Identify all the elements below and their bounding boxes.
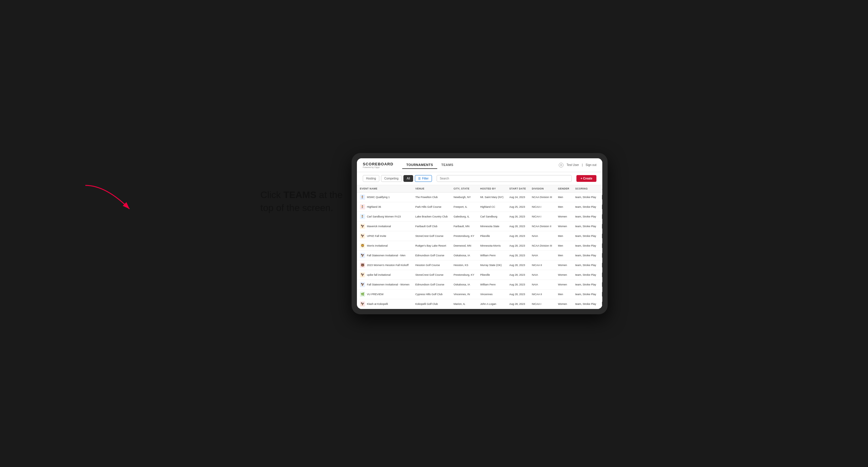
cell-venue-0: The Powelton Club [412,192,451,202]
col-event-name: EVENT NAME [357,185,412,192]
cell-venue-6: Edmundson Golf Course [412,250,451,260]
team-icon-11: 🦅 [360,301,365,307]
hosting-button[interactable]: Hosting [363,175,379,182]
table-row: 🐻 2023 Women's Hesston Fall Kickoff Hess… [357,260,602,270]
cell-division-4: NAIA [529,231,555,241]
cell-start-date-1: Aug 25, 2023 [506,202,529,212]
cell-city-state-3: Faribault, MN [451,221,477,231]
table-row: 🦅 Klash at Kokopelli Kokopelli Golf Club… [357,299,602,309]
cell-scoring-8: team, Stroke Play [572,270,599,280]
cell-start-date-9: Aug 28, 2023 [506,280,529,289]
team-icon-9: 🦅 [360,282,365,287]
event-name-10: VU PREVIEW [367,293,384,296]
tournaments-table: EVENT NAME VENUE CITY, STATE HOSTED BY S… [357,185,602,309]
team-icon-3: 🦅 [360,224,365,229]
cell-venue-8: StoneCrest Golf Course [412,270,451,280]
cell-actions-2: ✏ Edit [599,212,602,221]
team-icon-0: 🏌️ [360,194,365,200]
col-venue: VENUE [412,185,451,192]
cell-hosted-by-3: Minnesota State [477,221,506,231]
event-name-9: Fall Statesmen Invitational - Women [367,283,409,286]
cell-gender-10: Men [555,289,572,299]
event-name-11: Klash at Kokopelli [367,303,388,306]
cell-venue-10: Cypress Hills Golf Club [412,289,451,299]
cell-scoring-1: team, Stroke Play [572,202,599,212]
table-header-row: EVENT NAME VENUE CITY, STATE HOSTED BY S… [357,185,602,192]
cell-hosted-by-6: William Penn [477,250,506,260]
search-box [437,175,572,182]
col-division: DIVISION [529,185,555,192]
cell-gender-8: Women [555,270,572,280]
event-name-0: MSMC Qualifying 1 [367,196,390,199]
logo-title: SCOREBOARD [363,162,393,166]
cell-city-state-11: Marion, IL [451,299,477,309]
app-header: SCOREBOARD Powered by Clippt TOURNAMENTS… [357,158,602,172]
competing-button[interactable]: Competing [381,175,402,182]
cell-actions-6: ✏ Edit [599,250,602,260]
cell-scoring-5: team, Stroke Play [572,241,599,250]
cell-gender-11: Women [555,299,572,309]
filter-icon: ☰ [418,177,421,180]
cell-event-name-2: 🏌️ Carl Sandburg Women FA23 [357,212,412,221]
all-button[interactable]: All [403,175,413,182]
col-hosted-by: HOSTED BY [477,185,506,192]
cell-hosted-by-8: Pikeville [477,270,506,280]
table-row: 🦅 Maverick Invitational Faribault Golf C… [357,221,602,231]
table-row: 🦅 upike fall invitational StoneCrest Gol… [357,270,602,280]
cell-hosted-by-0: Mt. Saint Mary (NY) [477,192,506,202]
cell-city-state-1: Freeport, IL [451,202,477,212]
cell-actions-0: ✏ Edit [599,192,602,202]
cell-event-name-1: 🏌️ Highland 36 [357,202,412,212]
cell-division-6: NAIA [529,250,555,260]
cell-start-date-2: Aug 26, 2023 [506,212,529,221]
event-name-8: upike fall invitational [367,273,391,276]
cell-scoring-6: team, Stroke Play [572,250,599,260]
event-name-6: Fall Statesmen Invitational - Men [367,254,405,257]
separator: | [582,163,583,166]
instruction-text: Click TEAMS at the top of the screen. [260,153,343,215]
cell-division-1: NICAA I [529,202,555,212]
arrow-indicator [83,182,141,218]
tab-teams[interactable]: TEAMS [437,161,458,169]
cell-division-10: NICAA II [529,289,555,299]
cell-event-name-8: 🦅 upike fall invitational [357,270,412,280]
cell-start-date-11: Aug 28, 2023 [506,299,529,309]
cell-hosted-by-11: John A Logan [477,299,506,309]
nav-tabs: TOURNAMENTS TEAMS [402,161,559,169]
sign-out-link[interactable]: Sign out [586,163,596,166]
create-button[interactable]: + Create [577,175,596,182]
cell-event-name-7: 🐻 2023 Women's Hesston Fall Kickoff [357,260,412,270]
cell-gender-1: Men [555,202,572,212]
cell-venue-11: Kokopelli Golf Club [412,299,451,309]
tab-tournaments[interactable]: TOURNAMENTS [402,161,437,169]
cell-hosted-by-2: Carl Sandburg [477,212,506,221]
cell-actions-11: ✏ Edit [599,299,602,309]
cell-division-7: NICAA II [529,260,555,270]
team-icon-2: 🏌️ [360,214,365,219]
cell-gender-6: Men [555,250,572,260]
cell-city-state-2: Galesburg, IL [451,212,477,221]
header-right: ⚙ Test User | Sign out [559,163,596,167]
cell-scoring-4: team, Stroke Play [572,231,599,241]
event-name-4: UPKE Fall Invite [367,235,386,238]
cell-city-state-5: Deerwood, MN [451,241,477,250]
search-input[interactable] [437,175,572,182]
filter-button[interactable]: ☰ Filter [415,175,432,182]
cell-gender-9: Women [555,280,572,289]
filter-label: Filter [422,177,428,180]
cell-gender-0: Men [555,192,572,202]
cell-hosted-by-9: William Penn [477,280,506,289]
cell-venue-9: Edmundson Golf Course [412,280,451,289]
team-icon-10: 🌿 [360,291,365,297]
cell-start-date-8: Aug 28, 2023 [506,270,529,280]
event-name-5: Morris Invitational [367,244,388,247]
cell-start-date-3: Aug 28, 2023 [506,221,529,231]
cell-venue-2: Lake Bracken Country Club [412,212,451,221]
cell-hosted-by-4: Pikeville [477,231,506,241]
team-icon-1: 🏌️ [360,204,365,210]
event-name-1: Highland 36 [367,206,381,208]
cell-gender-3: Women [555,221,572,231]
cell-division-9: NAIA [529,280,555,289]
cell-venue-4: StoneCrest Golf Course [412,231,451,241]
settings-icon[interactable]: ⚙ [559,163,563,167]
